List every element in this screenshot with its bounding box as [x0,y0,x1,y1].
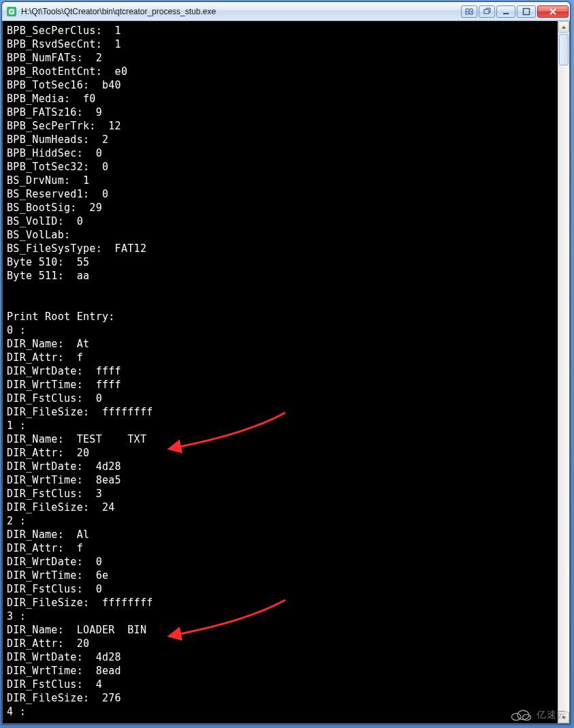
svg-point-5 [511,713,521,720]
svg-rect-2 [484,10,489,14]
close-button[interactable] [537,5,569,18]
scroll-thumb[interactable] [559,34,569,65]
maximize-button[interactable] [517,5,536,18]
svg-rect-4 [524,8,530,14]
svg-rect-3 [503,13,509,14]
window-layout-button[interactable] [461,5,477,18]
qt-exe-icon [6,6,17,17]
cloud-icon [509,708,532,723]
window-popout-button[interactable] [479,5,495,18]
watermark-text: 亿速云 [537,709,567,721]
window-title: H:\Qt\Tools\QtCreator\bin\qtcreator_proc… [21,7,461,16]
vertical-scrollbar[interactable] [558,21,569,723]
scroll-up-button[interactable] [558,21,569,33]
titlebar[interactable]: H:\Qt\Tools\QtCreator\bin\qtcreator_proc… [2,2,570,21]
console-window: H:\Qt\Tools\QtCreator\bin\qtcreator_proc… [1,1,571,725]
window-controls [461,5,569,18]
minimize-button[interactable] [496,5,515,18]
watermark: 亿速云 [509,708,567,723]
svg-point-7 [523,714,531,720]
scroll-track[interactable] [558,33,569,712]
terminal-area: BPB_SecPerClus: 1 BPB_RsvdSecCnt: 1 BPB_… [2,21,570,724]
terminal-output[interactable]: BPB_SecPerClus: 1 BPB_RsvdSecCnt: 1 BPB_… [3,21,558,723]
